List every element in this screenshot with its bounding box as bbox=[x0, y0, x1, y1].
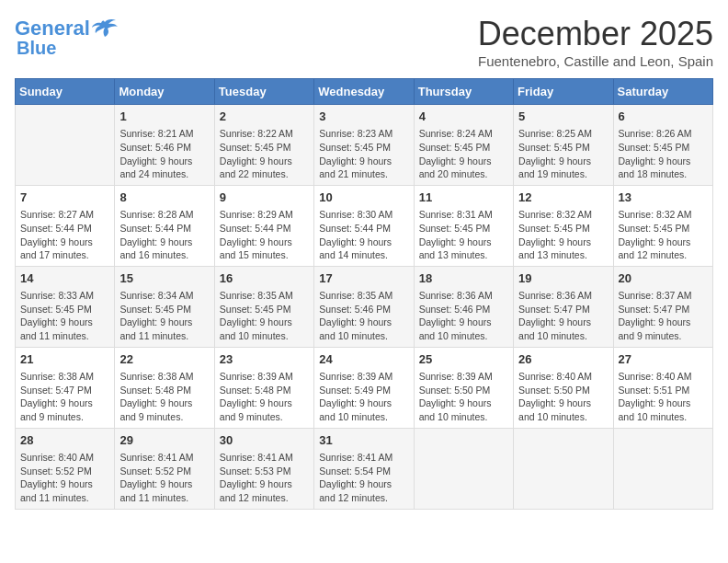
day-number: 19 bbox=[518, 270, 608, 287]
calendar-cell: 7Sunrise: 8:27 AM Sunset: 5:44 PM Daylig… bbox=[16, 185, 115, 266]
calendar-cell: 18Sunrise: 8:36 AM Sunset: 5:46 PM Dayli… bbox=[414, 266, 513, 347]
calendar-cell: 9Sunrise: 8:29 AM Sunset: 5:44 PM Daylig… bbox=[214, 185, 313, 266]
weekday-header-tuesday: Tuesday bbox=[214, 79, 313, 105]
calendar-cell: 22Sunrise: 8:38 AM Sunset: 5:48 PM Dayli… bbox=[115, 347, 214, 428]
day-info: Sunrise: 8:21 AM Sunset: 5:46 PM Dayligh… bbox=[119, 127, 209, 181]
calendar-cell: 14Sunrise: 8:33 AM Sunset: 5:45 PM Dayli… bbox=[16, 266, 115, 347]
day-number: 22 bbox=[119, 351, 209, 368]
day-info: Sunrise: 8:39 AM Sunset: 5:48 PM Dayligh… bbox=[220, 370, 309, 424]
day-number: 20 bbox=[619, 270, 708, 287]
day-number: 5 bbox=[518, 109, 608, 125]
day-info: Sunrise: 8:33 AM Sunset: 5:45 PM Dayligh… bbox=[20, 289, 109, 343]
day-info: Sunrise: 8:26 AM Sunset: 5:45 PM Dayligh… bbox=[619, 127, 708, 181]
day-number: 17 bbox=[319, 270, 408, 287]
weekday-header-monday: Monday bbox=[115, 79, 214, 105]
logo-blue-text: Blue bbox=[17, 39, 56, 57]
calendar-cell: 19Sunrise: 8:36 AM Sunset: 5:47 PM Dayli… bbox=[514, 266, 613, 347]
day-number: 30 bbox=[220, 432, 309, 449]
day-number: 18 bbox=[419, 270, 508, 287]
day-info: Sunrise: 8:41 AM Sunset: 5:53 PM Dayligh… bbox=[220, 451, 309, 505]
calendar-cell: 15Sunrise: 8:34 AM Sunset: 5:45 PM Dayli… bbox=[115, 266, 214, 347]
day-number: 7 bbox=[20, 190, 109, 206]
calendar-week-row: 21Sunrise: 8:38 AM Sunset: 5:47 PM Dayli… bbox=[16, 347, 713, 428]
calendar-week-row: 14Sunrise: 8:33 AM Sunset: 5:45 PM Dayli… bbox=[16, 266, 713, 347]
calendar-cell: 25Sunrise: 8:39 AM Sunset: 5:50 PM Dayli… bbox=[414, 347, 513, 428]
calendar-week-row: 28Sunrise: 8:40 AM Sunset: 5:52 PM Dayli… bbox=[16, 428, 713, 509]
calendar-table: SundayMondayTuesdayWednesdayThursdayFrid… bbox=[15, 78, 713, 510]
day-info: Sunrise: 8:23 AM Sunset: 5:45 PM Dayligh… bbox=[319, 127, 408, 181]
calendar-cell: 16Sunrise: 8:35 AM Sunset: 5:45 PM Dayli… bbox=[214, 266, 313, 347]
calendar-cell: 17Sunrise: 8:35 AM Sunset: 5:46 PM Dayli… bbox=[314, 266, 414, 347]
day-number: 26 bbox=[518, 351, 608, 368]
day-info: Sunrise: 8:39 AM Sunset: 5:49 PM Dayligh… bbox=[319, 370, 408, 424]
day-info: Sunrise: 8:40 AM Sunset: 5:51 PM Dayligh… bbox=[619, 370, 708, 424]
day-number: 15 bbox=[119, 270, 209, 287]
calendar-cell: 10Sunrise: 8:30 AM Sunset: 5:44 PM Dayli… bbox=[314, 185, 414, 266]
weekday-header-sunday: Sunday bbox=[16, 79, 115, 105]
day-number: 16 bbox=[220, 270, 309, 287]
logo-bird-icon bbox=[92, 18, 118, 39]
calendar-cell: 1Sunrise: 8:21 AM Sunset: 5:46 PM Daylig… bbox=[115, 105, 214, 186]
day-info: Sunrise: 8:40 AM Sunset: 5:50 PM Dayligh… bbox=[518, 370, 608, 424]
calendar-week-row: 1Sunrise: 8:21 AM Sunset: 5:46 PM Daylig… bbox=[16, 105, 713, 186]
calendar-cell bbox=[16, 105, 115, 186]
day-info: Sunrise: 8:36 AM Sunset: 5:46 PM Dayligh… bbox=[419, 289, 508, 343]
day-info: Sunrise: 8:29 AM Sunset: 5:44 PM Dayligh… bbox=[220, 208, 309, 262]
weekday-header-wednesday: Wednesday bbox=[314, 79, 414, 105]
day-number: 14 bbox=[20, 270, 109, 287]
calendar-cell bbox=[414, 428, 513, 509]
day-number: 1 bbox=[119, 109, 209, 125]
day-number: 24 bbox=[319, 351, 408, 368]
day-number: 27 bbox=[619, 351, 708, 368]
day-number: 29 bbox=[119, 432, 209, 449]
day-number: 2 bbox=[220, 109, 309, 125]
calendar-cell: 2Sunrise: 8:22 AM Sunset: 5:45 PM Daylig… bbox=[214, 105, 313, 186]
weekday-header-friday: Friday bbox=[514, 79, 613, 105]
day-info: Sunrise: 8:41 AM Sunset: 5:54 PM Dayligh… bbox=[319, 451, 408, 505]
day-info: Sunrise: 8:36 AM Sunset: 5:47 PM Dayligh… bbox=[518, 289, 608, 343]
calendar-cell: 4Sunrise: 8:24 AM Sunset: 5:45 PM Daylig… bbox=[414, 105, 513, 186]
month-title: December 2025 bbox=[478, 15, 713, 53]
calendar-cell: 11Sunrise: 8:31 AM Sunset: 5:45 PM Dayli… bbox=[414, 185, 513, 266]
calendar-cell: 24Sunrise: 8:39 AM Sunset: 5:49 PM Dayli… bbox=[314, 347, 414, 428]
day-info: Sunrise: 8:35 AM Sunset: 5:46 PM Dayligh… bbox=[319, 289, 408, 343]
day-number: 13 bbox=[619, 190, 708, 206]
calendar-week-row: 7Sunrise: 8:27 AM Sunset: 5:44 PM Daylig… bbox=[16, 185, 713, 266]
calendar-cell: 28Sunrise: 8:40 AM Sunset: 5:52 PM Dayli… bbox=[16, 428, 115, 509]
calendar-cell: 21Sunrise: 8:38 AM Sunset: 5:47 PM Dayli… bbox=[16, 347, 115, 428]
day-info: Sunrise: 8:32 AM Sunset: 5:45 PM Dayligh… bbox=[619, 208, 708, 262]
day-number: 31 bbox=[319, 432, 408, 449]
day-info: Sunrise: 8:38 AM Sunset: 5:48 PM Dayligh… bbox=[119, 370, 209, 424]
day-info: Sunrise: 8:39 AM Sunset: 5:50 PM Dayligh… bbox=[419, 370, 508, 424]
day-info: Sunrise: 8:37 AM Sunset: 5:47 PM Dayligh… bbox=[619, 289, 708, 343]
location-subtitle: Fuentenebro, Castille and Leon, Spain bbox=[478, 53, 713, 69]
day-number: 9 bbox=[220, 190, 309, 206]
calendar-cell: 8Sunrise: 8:28 AM Sunset: 5:44 PM Daylig… bbox=[115, 185, 214, 266]
calendar-cell: 27Sunrise: 8:40 AM Sunset: 5:51 PM Dayli… bbox=[613, 347, 712, 428]
day-info: Sunrise: 8:28 AM Sunset: 5:44 PM Dayligh… bbox=[119, 208, 209, 262]
calendar-cell: 30Sunrise: 8:41 AM Sunset: 5:53 PM Dayli… bbox=[214, 428, 313, 509]
day-number: 4 bbox=[419, 109, 508, 125]
day-number: 11 bbox=[419, 190, 508, 206]
page-header: General Blue December 2025 Fuentenebro, … bbox=[15, 15, 713, 69]
calendar-cell: 20Sunrise: 8:37 AM Sunset: 5:47 PM Dayli… bbox=[613, 266, 712, 347]
day-info: Sunrise: 8:30 AM Sunset: 5:44 PM Dayligh… bbox=[319, 208, 408, 262]
day-info: Sunrise: 8:22 AM Sunset: 5:45 PM Dayligh… bbox=[220, 127, 309, 181]
day-info: Sunrise: 8:31 AM Sunset: 5:45 PM Dayligh… bbox=[419, 208, 508, 262]
day-info: Sunrise: 8:32 AM Sunset: 5:45 PM Dayligh… bbox=[518, 208, 608, 262]
day-number: 28 bbox=[20, 432, 109, 449]
weekday-header-thursday: Thursday bbox=[414, 79, 513, 105]
title-block: December 2025 Fuentenebro, Castille and … bbox=[478, 15, 713, 69]
calendar-cell: 31Sunrise: 8:41 AM Sunset: 5:54 PM Dayli… bbox=[314, 428, 414, 509]
day-info: Sunrise: 8:38 AM Sunset: 5:47 PM Dayligh… bbox=[20, 370, 109, 424]
day-number: 3 bbox=[319, 109, 408, 125]
day-info: Sunrise: 8:34 AM Sunset: 5:45 PM Dayligh… bbox=[119, 289, 209, 343]
calendar-cell: 5Sunrise: 8:25 AM Sunset: 5:45 PM Daylig… bbox=[514, 105, 613, 186]
calendar-cell: 29Sunrise: 8:41 AM Sunset: 5:52 PM Dayli… bbox=[115, 428, 214, 509]
day-number: 12 bbox=[518, 190, 608, 206]
calendar-cell bbox=[613, 428, 712, 509]
logo-text: General bbox=[15, 18, 90, 39]
weekday-header-saturday: Saturday bbox=[613, 79, 712, 105]
calendar-cell: 23Sunrise: 8:39 AM Sunset: 5:48 PM Dayli… bbox=[214, 347, 313, 428]
day-number: 23 bbox=[220, 351, 309, 368]
